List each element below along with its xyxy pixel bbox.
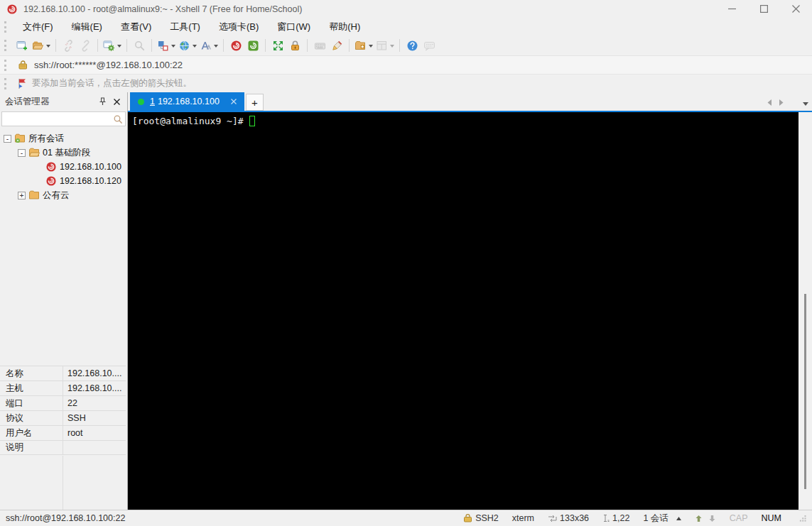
terminal-scrollbar[interactable] — [799, 112, 812, 510]
menu-tabs[interactable]: 选项卡(B) — [210, 18, 268, 35]
tile-layout-icon — [376, 40, 388, 52]
chat-button[interactable] — [421, 37, 438, 54]
scroll-down-icon[interactable] — [708, 515, 716, 522]
property-label: 名称 — [0, 366, 63, 380]
expand-icon[interactable]: + — [18, 192, 26, 199]
tree-item-folder-basic[interactable]: - 01 基础阶段 — [0, 146, 127, 160]
menu-bar: 文件(F) 编辑(E) 查看(V) 工具(T) 选项卡(B) 窗口(W) 帮助(… — [0, 18, 812, 35]
new-folder-icon — [354, 40, 367, 52]
fullscreen-button[interactable] — [269, 37, 286, 54]
property-row-protocol: 协议 SSH — [0, 410, 126, 425]
color-scheme-dropdown — [171, 45, 175, 50]
property-value: 22 — [63, 396, 126, 410]
highlight-button[interactable] — [328, 37, 345, 54]
menubar-grip[interactable] — [4, 21, 6, 33]
tab-close-icon[interactable] — [231, 99, 237, 104]
resize-grip[interactable] — [799, 515, 806, 522]
help-button[interactable] — [404, 37, 421, 54]
tree-item-session-100[interactable]: 192.168.10.100 — [0, 160, 127, 174]
tab-list-dropdown-icon[interactable] — [803, 98, 808, 108]
address-lock-icon — [18, 60, 28, 70]
tab-scroll-left-icon[interactable] — [767, 98, 772, 108]
property-value — [63, 441, 126, 454]
status-bar: ssh://root@192.168.10.100:22 SSH2 xterm … — [0, 510, 812, 526]
tree-item-label[interactable]: 公有云 — [43, 190, 70, 202]
tree-item-label[interactable]: 01 基础阶段 — [43, 147, 90, 159]
reconnect-button[interactable] — [77, 37, 94, 54]
chat-icon — [423, 40, 435, 52]
collapse-icon[interactable]: - — [18, 149, 26, 157]
new-tab-button[interactable]: + — [246, 94, 264, 111]
hintbar-grip[interactable] — [4, 78, 6, 89]
toolbar-separator — [97, 39, 98, 52]
open-session-button[interactable] — [31, 37, 52, 54]
close-panel-button[interactable] — [111, 96, 122, 107]
maximize-button[interactable] — [748, 0, 780, 18]
session-icon — [45, 161, 57, 172]
tab-label: 192.168.10.100 — [158, 97, 220, 106]
tree-item-folder-cloud[interactable]: + 公有云 — [0, 188, 127, 202]
status-scroll-buttons — [695, 515, 716, 522]
num-lock-indicator: NUM — [762, 513, 781, 523]
session-search-box — [1, 111, 126, 126]
xshell-button[interactable] — [227, 37, 244, 54]
reconnect-icon — [80, 40, 92, 52]
close-button[interactable] — [780, 0, 812, 18]
highlight-icon — [331, 40, 343, 52]
tile-layout-dropdown — [390, 45, 394, 50]
property-value: SSH — [63, 411, 126, 425]
tab-bar: 1 192.168.10.100 + — [128, 92, 812, 111]
addressbar-grip[interactable] — [4, 60, 6, 71]
connected-status-dot — [138, 99, 144, 105]
collapse-icon[interactable]: - — [4, 135, 11, 143]
search-icon — [113, 114, 123, 124]
tab-scroll-right-icon[interactable] — [779, 98, 784, 108]
tab-session-active[interactable]: 1 192.168.10.100 — [130, 92, 244, 111]
all-sessions-folder-icon — [14, 133, 26, 144]
toolbar-separator — [126, 39, 127, 52]
color-scheme-button[interactable] — [156, 37, 177, 54]
font-button[interactable] — [198, 37, 220, 54]
minimize-button[interactable] — [716, 0, 748, 18]
tree-item-all-sessions[interactable]: - 所有会话 — [0, 131, 127, 146]
menu-window[interactable]: 窗口(W) — [268, 18, 320, 35]
window-title: 192.168.10.100 - root@almalinux9:~ - Xsh… — [23, 4, 302, 14]
menu-edit[interactable]: 编辑(E) — [63, 18, 112, 35]
session-properties-grid: 名称 192.168.10.... 主机 192.168.10.... 端口 2… — [0, 366, 126, 455]
tree-item-label[interactable]: 192.168.10.120 — [60, 176, 121, 186]
virtual-keyboard-button[interactable] — [311, 37, 328, 54]
new-url-session-button[interactable] — [177, 37, 198, 54]
xftp-button[interactable] — [244, 37, 261, 54]
find-button[interactable] — [131, 37, 148, 54]
new-session-button[interactable] — [13, 37, 31, 54]
session-tree: - 所有会话 - 01 基础阶段 192.168.10.100 192.168.… — [0, 126, 127, 202]
lock-keyboard-button[interactable] — [286, 37, 303, 54]
new-folder-button[interactable] — [353, 37, 374, 54]
tree-item-label[interactable]: 192.168.10.100 — [60, 162, 121, 172]
tree-item-session-120[interactable]: 192.168.10.120 — [0, 174, 127, 188]
status-session-count[interactable]: 1 会话 — [643, 513, 681, 525]
menu-file[interactable]: 文件(F) — [13, 18, 63, 35]
menu-view[interactable]: 查看(V) — [112, 18, 161, 35]
title-bar: 192.168.10.100 - root@almalinux9:~ - Xsh… — [0, 0, 812, 18]
menu-help[interactable]: 帮助(H) — [320, 18, 369, 35]
disconnect-button[interactable] — [60, 37, 77, 54]
session-properties-button[interactable] — [102, 37, 123, 54]
property-value: root — [63, 426, 126, 440]
menu-tools[interactable]: 工具(T) — [161, 18, 210, 35]
tab-index: 1 — [150, 97, 155, 106]
scroll-up-icon[interactable] — [695, 515, 703, 522]
main-area: 会话管理器 - 所有会话 - 01 基础阶段 — [0, 92, 812, 510]
address-bar[interactable]: ssh://root:******@192.168.10.100:22 — [0, 55, 812, 74]
tree-item-label[interactable]: 所有会话 — [28, 133, 64, 145]
session-search-input[interactable] — [2, 113, 113, 125]
session-icon — [45, 175, 57, 187]
terminal[interactable]: [root@almalinux9 ~]# — [128, 111, 812, 510]
pin-panel-button[interactable] — [97, 96, 108, 107]
toolbar-grip[interactable] — [4, 40, 6, 51]
property-row-description: 说明 — [0, 440, 126, 455]
tile-layout-button[interactable] — [374, 37, 396, 54]
toolbar-separator — [55, 39, 56, 52]
address-url[interactable]: ssh://root:******@192.168.10.100:22 — [34, 60, 183, 70]
terminal-scrollbar-thumb[interactable] — [804, 294, 806, 489]
